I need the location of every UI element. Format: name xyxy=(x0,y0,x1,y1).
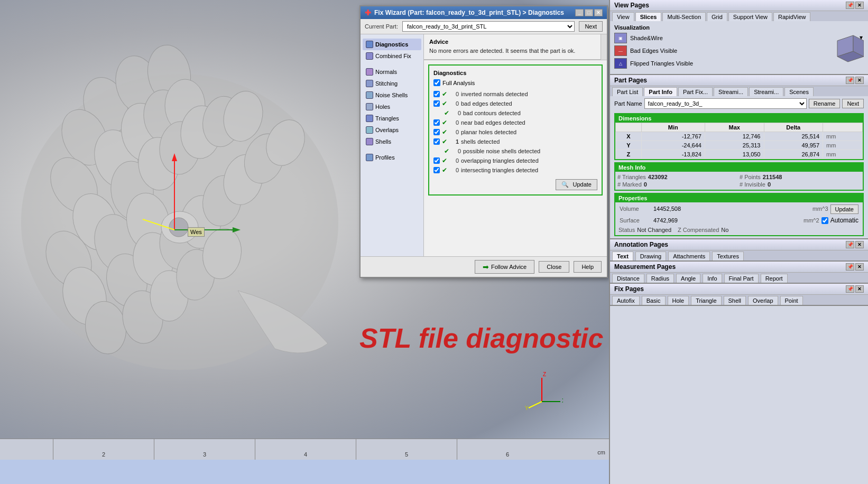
fix-pages-pin[interactable]: 📌 xyxy=(846,285,854,293)
tab-radius[interactable]: Radius xyxy=(647,274,674,283)
bad-edges-checkbox[interactable] xyxy=(433,100,440,107)
automatic-checkbox[interactable] xyxy=(821,217,828,224)
nav-item-profiles[interactable]: Profiles xyxy=(363,152,421,163)
tab-text[interactable]: Text xyxy=(612,252,633,260)
shells-checkbox[interactable] xyxy=(433,138,440,145)
full-analysis-label: Full Analysis xyxy=(442,80,475,86)
tab-textures[interactable]: Textures xyxy=(712,252,744,260)
tab-part-list[interactable]: Part List xyxy=(612,87,643,96)
tab-triangle[interactable]: Triangle xyxy=(691,296,721,305)
nav-item-shells[interactable]: Shells xyxy=(363,136,421,147)
part-pages-pin[interactable]: 📌 xyxy=(846,77,854,84)
tab-streami-2[interactable]: Streami... xyxy=(749,87,783,96)
next-part-button[interactable]: Next xyxy=(842,99,864,108)
annotation-pages-controls[interactable]: 📌 ✕ xyxy=(846,241,864,248)
nav-item-combined-fix[interactable]: Combined Fix xyxy=(363,50,421,62)
noise-shells-count: 0 xyxy=(451,148,461,154)
tab-overlap[interactable]: Overlap xyxy=(748,296,778,305)
tab-multi-section[interactable]: Multi-Section xyxy=(662,12,706,21)
noise-shells-label: possible noise shells detected xyxy=(463,148,540,154)
mesh-info-section: Mesh Info # Triangles 423092 # Points 21… xyxy=(614,162,864,191)
fix-pages-controls[interactable]: 📌 ✕ xyxy=(846,285,864,293)
view-pages-close[interactable]: ✕ xyxy=(855,2,864,9)
view-pages-controls[interactable]: 📌 ✕ xyxy=(846,2,864,9)
tab-basic[interactable]: Basic xyxy=(642,296,666,305)
nav-label-profiles: Profiles xyxy=(375,154,395,161)
tab-angle[interactable]: Angle xyxy=(676,274,700,283)
tab-hole[interactable]: Hole xyxy=(668,296,689,305)
normals-checkbox[interactable] xyxy=(433,91,440,97)
tab-support-view[interactable]: Support View xyxy=(728,12,772,21)
near-bad-edges-check-icon: ✔ xyxy=(442,119,447,126)
tab-autofix[interactable]: Autofix xyxy=(612,296,640,305)
part-pages-close[interactable]: ✕ xyxy=(855,77,864,84)
minimize-button[interactable]: _ xyxy=(575,9,584,16)
tab-info[interactable]: Info xyxy=(703,274,722,283)
dialog-controls[interactable]: _ □ ✕ xyxy=(575,9,603,16)
intersecting-checkbox[interactable] xyxy=(433,167,440,173)
restore-button[interactable]: □ xyxy=(585,9,593,16)
planar-holes-checkbox[interactable] xyxy=(433,129,440,135)
tab-streami-1[interactable]: Streami... xyxy=(714,87,748,96)
advice-scrollbar[interactable] xyxy=(601,34,607,60)
close-dialog-button[interactable]: Close xyxy=(539,261,569,273)
measurement-pages-pin[interactable]: 📌 xyxy=(846,263,854,271)
tab-final-part[interactable]: Final Part xyxy=(724,274,759,283)
diag-row-noise-shells: ✔ 0 possible noise shells detected xyxy=(433,146,597,156)
next-button[interactable]: Next xyxy=(579,21,603,32)
tab-scenes[interactable]: Scenes xyxy=(784,87,814,96)
part-pages-controls[interactable]: 📌 ✕ xyxy=(846,77,864,84)
follow-advice-button[interactable]: ➡ Follow Advice xyxy=(475,260,534,274)
tab-rapidview[interactable]: RapidView xyxy=(773,12,810,21)
fix-pages-panel: Fix Pages 📌 ✕ Autofix Basic Hole Triangl… xyxy=(610,284,868,306)
fix-pages-close[interactable]: ✕ xyxy=(855,285,864,293)
view-pages-pin[interactable]: 📌 xyxy=(846,2,854,9)
shade-wire-label: Shade&Wire xyxy=(630,35,663,41)
cube-expand-icon[interactable]: ▾ xyxy=(860,34,863,41)
update-button-row: 🔍 Update xyxy=(433,179,597,190)
part-select[interactable]: falcon_ready_to_3d_print_STL xyxy=(402,21,575,32)
diag-row-near-bad-edges: ✔ 0 near bad edges detected xyxy=(433,118,597,127)
measurement-pages-controls[interactable]: 📌 ✕ xyxy=(846,263,864,271)
nav-item-triangles[interactable]: Triangles xyxy=(363,113,421,124)
dim-x-min: -12,767 xyxy=(641,132,705,141)
tab-part-fix[interactable]: Part Fix... xyxy=(678,87,713,96)
nav-item-stitching[interactable]: Stitching xyxy=(363,78,421,89)
cube-preview-container: ▾ xyxy=(829,33,864,64)
rename-button[interactable]: Rename xyxy=(809,99,841,108)
annotation-pages-title: Annotation Pages xyxy=(614,241,668,248)
tab-report[interactable]: Report xyxy=(761,274,788,283)
nav-item-noise-shells[interactable]: Noise Shells xyxy=(363,89,421,101)
tab-slices[interactable]: Slices xyxy=(635,12,662,21)
tab-drawing[interactable]: Drawing xyxy=(635,252,666,260)
nav-item-normals[interactable]: Normals xyxy=(363,66,421,78)
tab-part-info[interactable]: Part Info xyxy=(644,87,677,96)
annotation-pages-pin[interactable]: 📌 xyxy=(846,241,854,248)
tab-grid[interactable]: Grid xyxy=(707,12,727,21)
properties-update-button[interactable]: Update xyxy=(830,204,858,214)
measurement-pages-close[interactable]: ✕ xyxy=(855,263,864,271)
tab-distance[interactable]: Distance xyxy=(612,274,644,283)
near-bad-edges-checkbox[interactable] xyxy=(433,119,440,126)
tab-shell[interactable]: Shell xyxy=(724,296,746,305)
close-button[interactable]: ✕ xyxy=(594,9,603,16)
annotation-pages-close[interactable]: ✕ xyxy=(855,241,864,248)
nav-item-diagnostics[interactable]: Diagnostics xyxy=(363,39,421,50)
tab-view[interactable]: View xyxy=(612,12,634,21)
volume-unit: mm^3 xyxy=(812,206,828,212)
update-button[interactable]: 🔍 Update xyxy=(556,179,597,190)
intersecting-label: intersecting triangles detected xyxy=(461,167,538,173)
nav-item-overlaps[interactable]: Overlaps xyxy=(363,124,421,136)
dim-row-y: Y -24,644 25,313 49,957 mm xyxy=(616,141,863,150)
tab-point[interactable]: Point xyxy=(780,296,803,305)
tab-attachments[interactable]: Attachments xyxy=(668,252,710,260)
part-name-select[interactable]: falcon_ready_to_3d_ xyxy=(644,98,807,109)
flipped-triangles-icon: △ xyxy=(614,58,627,69)
dim-z-min: -13,824 xyxy=(641,150,705,159)
mesh-invisible-value: 0 xyxy=(768,181,771,188)
nav-item-holes[interactable]: Holes xyxy=(363,101,421,113)
shells-label: shells detected xyxy=(461,138,500,145)
help-button[interactable]: Help xyxy=(574,261,602,273)
full-analysis-checkbox[interactable] xyxy=(433,79,440,86)
overlapping-checkbox[interactable] xyxy=(433,157,440,164)
